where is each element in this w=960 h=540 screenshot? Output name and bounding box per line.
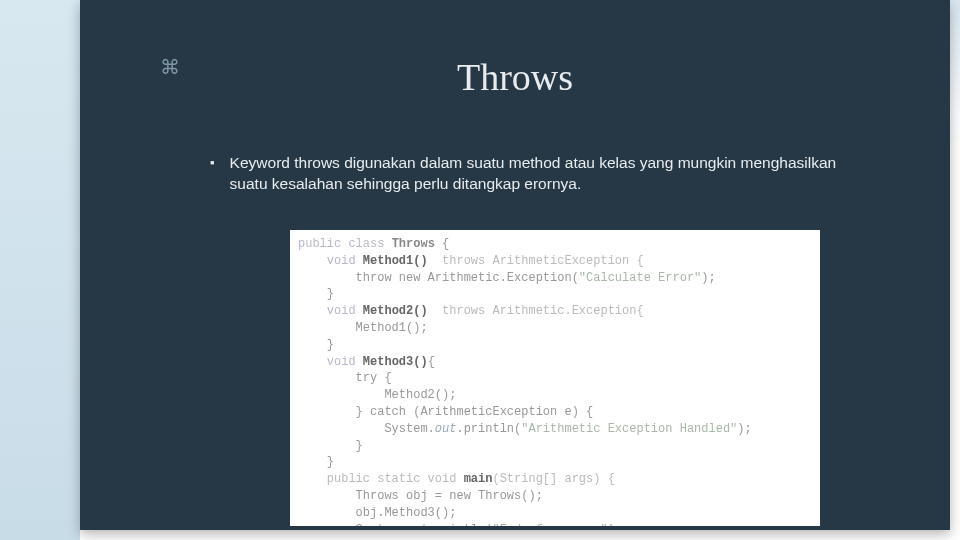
bullet-item: ▪ Keyword throws digunakan dalam suatu m… [210,153,870,195]
slide-body: ⌘ Throws ▪ Keyword throws digunakan dala… [80,0,950,530]
code-snippet: public class Throws { void Method1() thr… [290,230,820,526]
background-left-panel [0,0,80,540]
slide-title: Throws [80,55,950,99]
bullet-text: Keyword throws digunakan dalam suatu met… [230,153,870,195]
code-text: public class Throws { void Method1() thr… [290,230,820,526]
bullet-square-icon: ▪ [210,155,215,170]
